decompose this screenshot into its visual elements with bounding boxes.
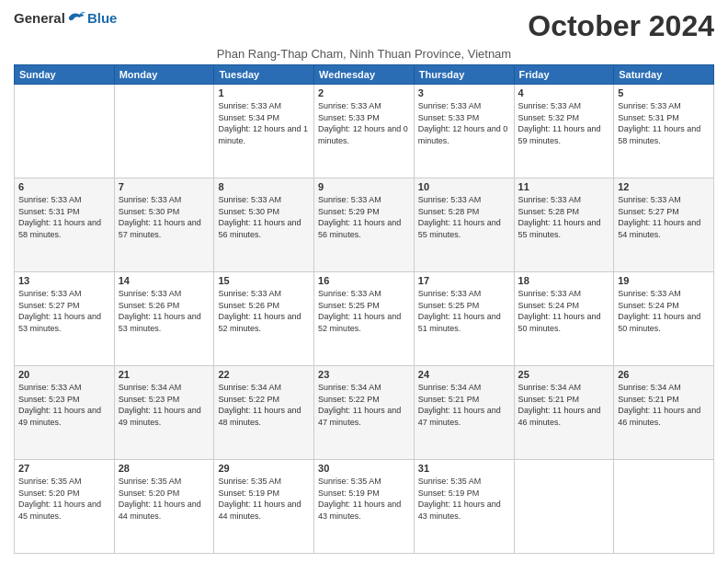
- day-info: Sunrise: 5:33 AMSunset: 5:28 PMDaylight:…: [518, 194, 610, 240]
- calendar-cell: 22Sunrise: 5:34 AMSunset: 5:22 PMDayligh…: [214, 366, 314, 460]
- calendar-cell: 26Sunrise: 5:34 AMSunset: 5:21 PMDayligh…: [614, 366, 714, 460]
- day-header-monday: Monday: [114, 65, 214, 85]
- day-number: 31: [418, 463, 510, 474]
- day-header-friday: Friday: [514, 65, 614, 85]
- calendar-cell: [614, 460, 714, 554]
- day-number: 25: [518, 369, 610, 380]
- logo: General Blue: [14, 9, 117, 26]
- day-info: Sunrise: 5:33 AMSunset: 5:30 PMDaylight:…: [119, 194, 210, 240]
- calendar-cell: 14Sunrise: 5:33 AMSunset: 5:26 PMDayligh…: [114, 272, 214, 366]
- calendar-cell: [514, 460, 614, 554]
- day-number: 10: [418, 181, 510, 192]
- day-info: Sunrise: 5:34 AMSunset: 5:21 PMDaylight:…: [518, 382, 610, 428]
- day-number: 12: [618, 181, 710, 192]
- day-number: 21: [119, 369, 210, 380]
- day-header-saturday: Saturday: [614, 65, 714, 85]
- day-number: 1: [218, 87, 310, 98]
- day-number: 6: [18, 181, 110, 192]
- calendar-cell: 12Sunrise: 5:33 AMSunset: 5:27 PMDayligh…: [614, 178, 714, 272]
- day-info: Sunrise: 5:33 AMSunset: 5:27 PMDaylight:…: [18, 288, 110, 334]
- page: General Blue October 2024 Phan Rang-Thap…: [0, 0, 728, 563]
- calendar-cell: 9Sunrise: 5:33 AMSunset: 5:29 PMDaylight…: [314, 178, 415, 272]
- calendar-cell: 31Sunrise: 5:35 AMSunset: 5:19 PMDayligh…: [414, 460, 514, 554]
- day-number: 22: [218, 369, 310, 380]
- day-info: Sunrise: 5:33 AMSunset: 5:31 PMDaylight:…: [18, 194, 110, 240]
- day-number: 23: [318, 369, 410, 380]
- day-info: Sunrise: 5:33 AMSunset: 5:23 PMDaylight:…: [18, 382, 110, 428]
- calendar-cell: 30Sunrise: 5:35 AMSunset: 5:19 PMDayligh…: [314, 460, 415, 554]
- day-number: 19: [618, 275, 710, 286]
- day-number: 15: [218, 275, 310, 286]
- calendar-cell: 18Sunrise: 5:33 AMSunset: 5:24 PMDayligh…: [514, 272, 614, 366]
- calendar-cell: 20Sunrise: 5:33 AMSunset: 5:23 PMDayligh…: [15, 366, 115, 460]
- calendar-cell: 23Sunrise: 5:34 AMSunset: 5:22 PMDayligh…: [314, 366, 415, 460]
- calendar-cell: 21Sunrise: 5:34 AMSunset: 5:23 PMDayligh…: [114, 366, 214, 460]
- day-number: 26: [618, 369, 710, 380]
- day-info: Sunrise: 5:35 AMSunset: 5:19 PMDaylight:…: [318, 476, 410, 522]
- day-info: Sunrise: 5:34 AMSunset: 5:22 PMDaylight:…: [318, 382, 410, 428]
- day-number: 13: [18, 275, 110, 286]
- day-number: 17: [418, 275, 510, 286]
- week-row-3: 13Sunrise: 5:33 AMSunset: 5:27 PMDayligh…: [15, 272, 714, 366]
- day-number: 27: [18, 463, 110, 474]
- day-info: Sunrise: 5:34 AMSunset: 5:23 PMDaylight:…: [119, 382, 210, 428]
- day-info: Sunrise: 5:33 AMSunset: 5:25 PMDaylight:…: [318, 288, 410, 334]
- calendar-cell: 1Sunrise: 5:33 AMSunset: 5:34 PMDaylight…: [214, 85, 314, 178]
- day-number: 9: [318, 181, 410, 192]
- calendar-cell: 5Sunrise: 5:33 AMSunset: 5:31 PMDaylight…: [614, 85, 714, 178]
- day-info: Sunrise: 5:33 AMSunset: 5:26 PMDaylight:…: [218, 288, 310, 334]
- calendar-cell: 27Sunrise: 5:35 AMSunset: 5:20 PMDayligh…: [15, 460, 115, 554]
- day-number: 29: [218, 463, 310, 474]
- day-info: Sunrise: 5:34 AMSunset: 5:21 PMDaylight:…: [418, 382, 510, 428]
- week-row-2: 6Sunrise: 5:33 AMSunset: 5:31 PMDaylight…: [15, 178, 714, 272]
- day-number: 2: [318, 87, 410, 98]
- month-title: October 2024: [528, 9, 714, 43]
- calendar-cell: 3Sunrise: 5:33 AMSunset: 5:33 PMDaylight…: [414, 85, 514, 178]
- day-number: 18: [518, 275, 610, 286]
- calendar-cell: 17Sunrise: 5:33 AMSunset: 5:25 PMDayligh…: [414, 272, 514, 366]
- day-header-wednesday: Wednesday: [314, 65, 415, 85]
- day-number: 14: [119, 275, 210, 286]
- logo-blue: Blue: [87, 10, 118, 26]
- calendar-cell: 29Sunrise: 5:35 AMSunset: 5:19 PMDayligh…: [214, 460, 314, 554]
- logo-general: General: [14, 10, 65, 26]
- calendar: SundayMondayTuesdayWednesdayThursdayFrid…: [14, 64, 714, 554]
- subtitle: Phan Rang-Thap Cham, Ninh Thuan Province…: [14, 47, 714, 61]
- day-number: 5: [618, 87, 710, 98]
- day-info: Sunrise: 5:35 AMSunset: 5:20 PMDaylight:…: [18, 476, 110, 522]
- calendar-cell: 25Sunrise: 5:34 AMSunset: 5:21 PMDayligh…: [514, 366, 614, 460]
- calendar-cell: 6Sunrise: 5:33 AMSunset: 5:31 PMDaylight…: [15, 178, 115, 272]
- calendar-cell: [114, 85, 214, 178]
- day-number: 20: [18, 369, 110, 380]
- day-header-thursday: Thursday: [414, 65, 514, 85]
- title-section: October 2024: [528, 9, 714, 43]
- day-info: Sunrise: 5:33 AMSunset: 5:30 PMDaylight:…: [218, 194, 310, 240]
- day-info: Sunrise: 5:33 AMSunset: 5:26 PMDaylight:…: [119, 288, 210, 334]
- day-header-tuesday: Tuesday: [214, 65, 314, 85]
- day-number: 8: [218, 181, 310, 192]
- day-header-sunday: Sunday: [15, 65, 115, 85]
- logo-bird-icon: [67, 9, 85, 26]
- day-info: Sunrise: 5:33 AMSunset: 5:28 PMDaylight:…: [418, 194, 510, 240]
- day-info: Sunrise: 5:33 AMSunset: 5:24 PMDaylight:…: [618, 288, 710, 334]
- calendar-cell: [15, 85, 115, 178]
- day-info: Sunrise: 5:33 AMSunset: 5:32 PMDaylight:…: [518, 100, 610, 146]
- week-row-4: 20Sunrise: 5:33 AMSunset: 5:23 PMDayligh…: [15, 366, 714, 460]
- day-info: Sunrise: 5:33 AMSunset: 5:34 PMDaylight:…: [218, 100, 310, 146]
- week-row-1: 1Sunrise: 5:33 AMSunset: 5:34 PMDaylight…: [15, 85, 714, 178]
- calendar-header-row: SundayMondayTuesdayWednesdayThursdayFrid…: [15, 65, 714, 85]
- calendar-cell: 4Sunrise: 5:33 AMSunset: 5:32 PMDaylight…: [514, 85, 614, 178]
- day-number: 28: [119, 463, 210, 474]
- calendar-cell: 28Sunrise: 5:35 AMSunset: 5:20 PMDayligh…: [114, 460, 214, 554]
- week-row-5: 27Sunrise: 5:35 AMSunset: 5:20 PMDayligh…: [15, 460, 714, 554]
- day-info: Sunrise: 5:35 AMSunset: 5:20 PMDaylight:…: [119, 476, 210, 522]
- calendar-cell: 16Sunrise: 5:33 AMSunset: 5:25 PMDayligh…: [314, 272, 415, 366]
- day-number: 4: [518, 87, 610, 98]
- calendar-cell: 15Sunrise: 5:33 AMSunset: 5:26 PMDayligh…: [214, 272, 314, 366]
- calendar-cell: 8Sunrise: 5:33 AMSunset: 5:30 PMDaylight…: [214, 178, 314, 272]
- day-info: Sunrise: 5:34 AMSunset: 5:21 PMDaylight:…: [618, 382, 710, 428]
- day-number: 11: [518, 181, 610, 192]
- day-info: Sunrise: 5:33 AMSunset: 5:33 PMDaylight:…: [318, 100, 410, 146]
- calendar-cell: 10Sunrise: 5:33 AMSunset: 5:28 PMDayligh…: [414, 178, 514, 272]
- calendar-body: 1Sunrise: 5:33 AMSunset: 5:34 PMDaylight…: [15, 85, 714, 554]
